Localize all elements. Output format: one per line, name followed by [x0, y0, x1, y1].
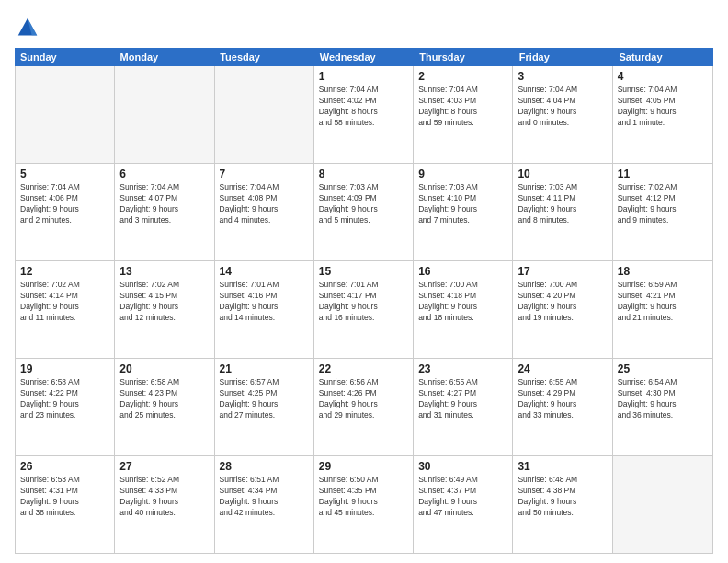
day-number: 15: [319, 265, 408, 278]
day-number: 29: [319, 460, 408, 473]
day-header-sunday: Sunday: [15, 48, 115, 66]
day-info: Sunrise: 7:04 AM Sunset: 4:07 PM Dayligh…: [119, 182, 209, 226]
day-cell-20: 20Sunrise: 6:58 AM Sunset: 4:23 PM Dayli…: [115, 359, 214, 455]
day-cell-29: 29Sunrise: 6:50 AM Sunset: 4:35 PM Dayli…: [314, 456, 414, 553]
day-number: 21: [220, 362, 309, 375]
day-number: 14: [220, 265, 309, 278]
calendar: SundayMondayTuesdayWednesdayThursdayFrid…: [15, 48, 713, 554]
day-number: 31: [518, 460, 607, 473]
day-number: 18: [618, 265, 708, 278]
day-number: 25: [618, 362, 708, 375]
day-number: 4: [618, 70, 708, 83]
day-header-monday: Monday: [115, 48, 215, 66]
day-cell-19: 19Sunrise: 6:58 AM Sunset: 4:22 PM Dayli…: [16, 359, 115, 455]
day-cell-15: 15Sunrise: 7:01 AM Sunset: 4:17 PM Dayli…: [314, 261, 414, 358]
day-cell-empty: [613, 456, 712, 553]
day-number: 28: [220, 460, 309, 473]
day-cell-26: 26Sunrise: 6:53 AM Sunset: 4:31 PM Dayli…: [16, 456, 115, 553]
calendar-week-4: 19Sunrise: 6:58 AM Sunset: 4:22 PM Dayli…: [16, 359, 712, 456]
day-info: Sunrise: 6:48 AM Sunset: 4:38 PM Dayligh…: [518, 475, 607, 519]
day-cell-28: 28Sunrise: 6:51 AM Sunset: 4:34 PM Dayli…: [215, 456, 314, 553]
day-cell-10: 10Sunrise: 7:03 AM Sunset: 4:11 PM Dayli…: [513, 164, 612, 260]
day-number: 6: [119, 167, 209, 180]
day-info: Sunrise: 7:04 AM Sunset: 4:08 PM Dayligh…: [220, 182, 309, 226]
day-cell-empty: [215, 66, 314, 163]
day-number: 11: [618, 167, 708, 180]
day-info: Sunrise: 7:02 AM Sunset: 4:15 PM Dayligh…: [119, 280, 209, 324]
day-cell-13: 13Sunrise: 7:02 AM Sunset: 4:15 PM Dayli…: [115, 261, 214, 358]
day-cell-18: 18Sunrise: 6:59 AM Sunset: 4:21 PM Dayli…: [613, 261, 712, 358]
day-cell-7: 7Sunrise: 7:04 AM Sunset: 4:08 PM Daylig…: [215, 164, 314, 260]
day-info: Sunrise: 6:54 AM Sunset: 4:30 PM Dayligh…: [618, 377, 708, 421]
day-info: Sunrise: 7:03 AM Sunset: 4:10 PM Dayligh…: [418, 182, 507, 226]
day-info: Sunrise: 6:55 AM Sunset: 4:27 PM Dayligh…: [418, 377, 507, 421]
day-info: Sunrise: 7:01 AM Sunset: 4:17 PM Dayligh…: [319, 280, 408, 324]
day-number: 26: [20, 460, 109, 473]
calendar-week-3: 12Sunrise: 7:02 AM Sunset: 4:14 PM Dayli…: [16, 261, 712, 359]
day-cell-25: 25Sunrise: 6:54 AM Sunset: 4:30 PM Dayli…: [613, 359, 712, 455]
day-cell-5: 5Sunrise: 7:04 AM Sunset: 4:06 PM Daylig…: [16, 164, 115, 260]
day-cell-9: 9Sunrise: 7:03 AM Sunset: 4:10 PM Daylig…: [414, 164, 513, 260]
day-cell-4: 4Sunrise: 7:04 AM Sunset: 4:05 PM Daylig…: [613, 66, 712, 163]
day-header-tuesday: Tuesday: [214, 48, 314, 66]
calendar-header: SundayMondayTuesdayWednesdayThursdayFrid…: [15, 48, 713, 66]
day-header-thursday: Thursday: [414, 48, 514, 66]
day-cell-22: 22Sunrise: 6:56 AM Sunset: 4:26 PM Dayli…: [314, 359, 414, 455]
day-cell-31: 31Sunrise: 6:48 AM Sunset: 4:38 PM Dayli…: [513, 456, 612, 553]
day-info: Sunrise: 6:56 AM Sunset: 4:26 PM Dayligh…: [319, 377, 408, 421]
day-cell-21: 21Sunrise: 6:57 AM Sunset: 4:25 PM Dayli…: [215, 359, 314, 455]
day-info: Sunrise: 7:00 AM Sunset: 4:20 PM Dayligh…: [518, 280, 607, 324]
day-header-friday: Friday: [514, 48, 614, 66]
day-number: 3: [518, 70, 607, 83]
day-number: 13: [119, 265, 209, 278]
calendar-week-2: 5Sunrise: 7:04 AM Sunset: 4:06 PM Daylig…: [16, 164, 712, 261]
day-number: 2: [418, 70, 507, 83]
day-number: 10: [518, 167, 607, 180]
day-number: 9: [418, 167, 507, 180]
logo-icon: [15, 15, 40, 40]
day-cell-11: 11Sunrise: 7:02 AM Sunset: 4:12 PM Dayli…: [613, 164, 712, 260]
day-number: 17: [518, 265, 607, 278]
day-info: Sunrise: 7:04 AM Sunset: 4:04 PM Dayligh…: [518, 85, 607, 129]
day-number: 22: [319, 362, 408, 375]
day-info: Sunrise: 6:49 AM Sunset: 4:37 PM Dayligh…: [418, 475, 507, 519]
day-cell-27: 27Sunrise: 6:52 AM Sunset: 4:33 PM Dayli…: [115, 456, 214, 553]
day-number: 5: [20, 167, 109, 180]
day-info: Sunrise: 6:51 AM Sunset: 4:34 PM Dayligh…: [220, 475, 309, 519]
day-cell-23: 23Sunrise: 6:55 AM Sunset: 4:27 PM Dayli…: [414, 359, 513, 455]
day-info: Sunrise: 6:58 AM Sunset: 4:23 PM Dayligh…: [119, 377, 209, 421]
day-cell-2: 2Sunrise: 7:04 AM Sunset: 4:03 PM Daylig…: [414, 66, 513, 163]
day-info: Sunrise: 7:01 AM Sunset: 4:16 PM Dayligh…: [220, 280, 309, 324]
day-info: Sunrise: 7:03 AM Sunset: 4:09 PM Dayligh…: [319, 182, 408, 226]
day-number: 27: [119, 460, 209, 473]
page: SundayMondayTuesdayWednesdayThursdayFrid…: [0, 0, 728, 563]
day-header-saturday: Saturday: [613, 48, 713, 66]
calendar-week-5: 26Sunrise: 6:53 AM Sunset: 4:31 PM Dayli…: [16, 456, 712, 553]
day-cell-6: 6Sunrise: 7:04 AM Sunset: 4:07 PM Daylig…: [115, 164, 214, 260]
day-cell-1: 1Sunrise: 7:04 AM Sunset: 4:02 PM Daylig…: [314, 66, 414, 163]
day-info: Sunrise: 7:04 AM Sunset: 4:03 PM Dayligh…: [418, 85, 507, 129]
day-cell-24: 24Sunrise: 6:55 AM Sunset: 4:29 PM Dayli…: [513, 359, 612, 455]
logo: [15, 15, 44, 40]
day-cell-16: 16Sunrise: 7:00 AM Sunset: 4:18 PM Dayli…: [414, 261, 513, 358]
header: [15, 15, 713, 40]
day-number: 8: [319, 167, 408, 180]
day-info: Sunrise: 7:02 AM Sunset: 4:12 PM Dayligh…: [618, 182, 708, 226]
day-number: 16: [418, 265, 507, 278]
day-info: Sunrise: 6:57 AM Sunset: 4:25 PM Dayligh…: [220, 377, 309, 421]
day-number: 24: [518, 362, 607, 375]
day-info: Sunrise: 7:04 AM Sunset: 4:05 PM Dayligh…: [618, 85, 708, 129]
day-number: 12: [20, 265, 109, 278]
calendar-body: 1Sunrise: 7:04 AM Sunset: 4:02 PM Daylig…: [15, 66, 713, 554]
day-header-wednesday: Wednesday: [314, 48, 415, 66]
day-cell-empty: [115, 66, 214, 163]
day-info: Sunrise: 6:58 AM Sunset: 4:22 PM Dayligh…: [20, 377, 109, 421]
day-cell-8: 8Sunrise: 7:03 AM Sunset: 4:09 PM Daylig…: [314, 164, 414, 260]
day-cell-empty: [16, 66, 115, 163]
day-info: Sunrise: 7:04 AM Sunset: 4:02 PM Dayligh…: [319, 85, 408, 129]
day-info: Sunrise: 7:04 AM Sunset: 4:06 PM Dayligh…: [20, 182, 109, 226]
day-info: Sunrise: 6:53 AM Sunset: 4:31 PM Dayligh…: [20, 475, 109, 519]
day-info: Sunrise: 7:03 AM Sunset: 4:11 PM Dayligh…: [518, 182, 607, 226]
day-number: 30: [418, 460, 507, 473]
day-cell-14: 14Sunrise: 7:01 AM Sunset: 4:16 PM Dayli…: [215, 261, 314, 358]
